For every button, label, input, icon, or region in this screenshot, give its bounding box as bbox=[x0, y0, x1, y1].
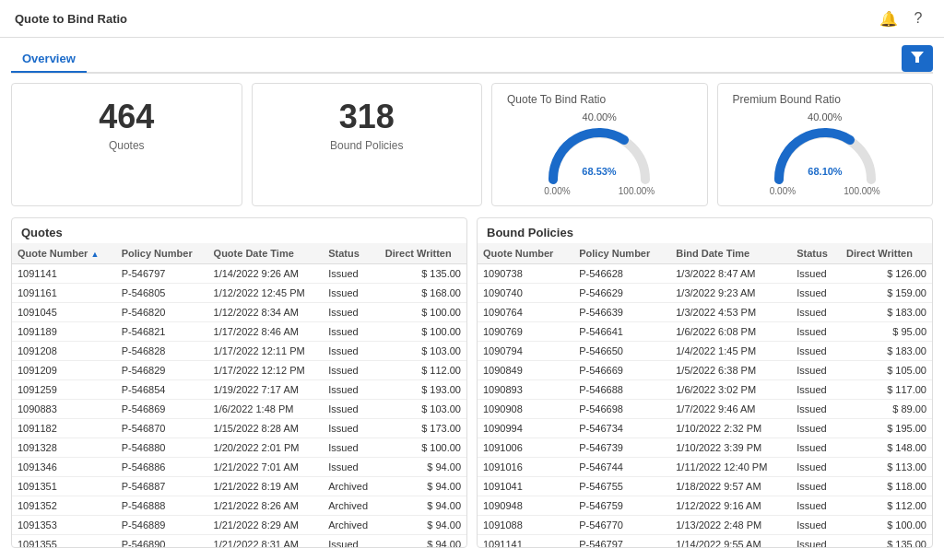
table-cell: 1090764 bbox=[478, 303, 573, 322]
table-cell: 1091353 bbox=[12, 516, 116, 535]
quotes-col-status[interactable]: Status bbox=[323, 243, 380, 264]
premium-bound-title: Premium Bound Ratio bbox=[733, 93, 918, 106]
tab-overview[interactable]: Overview bbox=[11, 46, 87, 73]
filter-icon bbox=[911, 51, 924, 64]
table-row[interactable]: 1090738P-5466281/3/2022 8:47 AMIssued$ 1… bbox=[478, 264, 932, 284]
table-cell: Issued bbox=[323, 342, 380, 361]
table-row[interactable]: 1090893P-5466881/6/2022 3:02 PMIssued$ 1… bbox=[478, 380, 932, 400]
table-cell: $ 100.00 bbox=[380, 438, 466, 458]
table-cell: P-546805 bbox=[116, 284, 208, 303]
bound-col-bind-date[interactable]: Bind Date Time bbox=[670, 243, 791, 264]
table-cell: $ 94.00 bbox=[380, 516, 466, 535]
table-row[interactable]: 1090764P-5466391/3/2022 4:53 PMIssued$ 1… bbox=[478, 303, 932, 322]
quotes-col-direct-written[interactable]: Direct Written bbox=[380, 243, 466, 264]
table-row[interactable]: 1091328P-5468801/20/2022 2:01 PMIssued$ … bbox=[12, 438, 466, 458]
table-cell: 1091182 bbox=[12, 419, 116, 438]
table-cell: 1091352 bbox=[12, 496, 116, 516]
bound-col-policy-number[interactable]: Policy Number bbox=[573, 243, 670, 264]
quotes-table: Quote Number ▲ Policy Number Quote Date … bbox=[12, 243, 466, 547]
table-cell: 1091209 bbox=[12, 361, 116, 380]
pb-gauge-svg: 68.10% bbox=[770, 124, 880, 184]
table-row[interactable]: 1090794P-5466501/4/2022 1:45 PMIssued$ 1… bbox=[478, 342, 932, 361]
table-cell: Issued bbox=[791, 477, 841, 496]
table-cell: P-546744 bbox=[573, 458, 670, 477]
table-cell: 1090794 bbox=[478, 342, 573, 361]
table-row[interactable]: 1091161P-5468051/12/2022 12:45 PMIssued$… bbox=[12, 284, 466, 303]
table-cell: P-546886 bbox=[116, 458, 208, 477]
table-row[interactable]: 1091209P-5468291/17/2022 12:12 PMIssued$… bbox=[12, 361, 466, 380]
pb-max: 100.00% bbox=[844, 186, 879, 196]
table-row[interactable]: 1090994P-5467341/10/2022 2:32 PMIssued$ … bbox=[478, 419, 932, 438]
table-row[interactable]: 1090769P-5466411/6/2022 6:08 PMIssued$ 9… bbox=[478, 322, 932, 342]
table-cell: 1/17/2022 8:46 AM bbox=[208, 322, 324, 342]
qtb-min: 0.00% bbox=[544, 186, 570, 196]
table-row[interactable]: 1091006P-5467391/10/2022 3:39 PMIssued$ … bbox=[478, 438, 932, 458]
table-row[interactable]: 1091182P-5468701/15/2022 8:28 AMIssued$ … bbox=[12, 419, 466, 438]
table-cell: $ 95.00 bbox=[841, 322, 932, 342]
quotes-table-scroll[interactable]: Quote Number ▲ Policy Number Quote Date … bbox=[12, 243, 466, 547]
bell-icon[interactable]: 🔔 bbox=[878, 7, 900, 29]
table-row[interactable]: 1090883P-5468691/6/2022 1:48 PMIssued$ 1… bbox=[12, 400, 466, 419]
header-icons: 🔔 ? bbox=[878, 7, 929, 29]
table-cell: Issued bbox=[791, 361, 841, 380]
table-cell: 1091189 bbox=[12, 322, 116, 342]
table-cell: $ 94.00 bbox=[380, 496, 466, 516]
table-cell: Issued bbox=[791, 322, 841, 342]
table-row[interactable]: 1091355P-5468901/21/2022 8:31 AMIssued$ … bbox=[12, 535, 466, 548]
table-cell: 1090740 bbox=[478, 284, 573, 303]
quotes-col-quote-number[interactable]: Quote Number ▲ bbox=[12, 243, 116, 264]
table-cell: Issued bbox=[791, 438, 841, 458]
pb-percent-label: 40.00% bbox=[808, 111, 842, 122]
table-row[interactable]: 1090740P-5466291/3/2022 9:23 AMIssued$ 1… bbox=[478, 284, 932, 303]
table-row[interactable]: 1090948P-5467591/12/2022 9:16 AMIssued$ … bbox=[478, 496, 932, 516]
bound-table-scroll[interactable]: Quote Number Policy Number Bind Date Tim… bbox=[478, 243, 932, 547]
table-row[interactable]: 1091016P-5467441/11/2022 12:40 PMIssued$… bbox=[478, 458, 932, 477]
table-row[interactable]: 1091353P-5468891/21/2022 8:29 AMArchived… bbox=[12, 516, 466, 535]
table-row[interactable]: 1091045P-5468201/12/2022 8:34 AMIssued$ … bbox=[12, 303, 466, 322]
table-row[interactable]: 1091041P-5467551/18/2022 9:57 AMIssued$ … bbox=[478, 477, 932, 496]
table-cell: $ 135.00 bbox=[841, 535, 932, 548]
bound-col-status[interactable]: Status bbox=[791, 243, 841, 264]
bound-table: Quote Number Policy Number Bind Date Tim… bbox=[478, 243, 932, 547]
table-cell: 1/6/2022 3:02 PM bbox=[670, 380, 791, 400]
quotes-table-title: Quotes bbox=[12, 218, 466, 243]
table-cell: Issued bbox=[791, 516, 841, 535]
bound-col-direct-written[interactable]: Direct Written bbox=[841, 243, 932, 264]
table-row[interactable]: 1090908P-5466981/7/2022 9:46 AMIssued$ 8… bbox=[478, 400, 932, 419]
table-cell: $ 193.00 bbox=[380, 380, 466, 400]
table-cell: 1/5/2022 6:38 PM bbox=[670, 361, 791, 380]
table-cell: P-546739 bbox=[573, 438, 670, 458]
table-cell: P-546770 bbox=[573, 516, 670, 535]
table-row[interactable]: 1090849P-5466691/5/2022 6:38 PMIssued$ 1… bbox=[478, 361, 932, 380]
table-row[interactable]: 1091352P-5468881/21/2022 8:26 AMArchived… bbox=[12, 496, 466, 516]
table-row[interactable]: 1091346P-5468861/21/2022 7:01 AMIssued$ … bbox=[12, 458, 466, 477]
svg-text:68.10%: 68.10% bbox=[808, 166, 843, 177]
table-cell: P-546820 bbox=[116, 303, 208, 322]
quotes-col-date-time[interactable]: Quote Date Time bbox=[208, 243, 324, 264]
table-cell: Issued bbox=[791, 458, 841, 477]
table-row[interactable]: 1091208P-5468281/17/2022 12:11 PMIssued$… bbox=[12, 342, 466, 361]
table-cell: $ 168.00 bbox=[380, 284, 466, 303]
table-row[interactable]: 1091259P-5468541/19/2022 7:17 AMIssued$ … bbox=[12, 380, 466, 400]
table-row[interactable]: 1091141P-5467971/14/2022 9:26 AMIssued$ … bbox=[12, 264, 466, 284]
qtb-percent-label: 40.00% bbox=[583, 111, 617, 122]
bound-col-quote-number[interactable]: Quote Number bbox=[478, 243, 573, 264]
table-row[interactable]: 1091141P-5467971/14/2022 9:55 AMIssued$ … bbox=[478, 535, 932, 548]
table-cell: Archived bbox=[323, 496, 380, 516]
table-cell: $ 100.00 bbox=[841, 516, 932, 535]
table-cell: 1091355 bbox=[12, 535, 116, 548]
table-cell: P-546688 bbox=[573, 380, 670, 400]
help-icon[interactable]: ? bbox=[907, 7, 929, 29]
table-cell: $ 183.00 bbox=[841, 342, 932, 361]
quote-to-bind-title: Quote To Bind Ratio bbox=[507, 93, 692, 106]
table-cell: 1091016 bbox=[478, 458, 573, 477]
bound-label: Bound Policies bbox=[275, 139, 460, 152]
filter-button[interactable] bbox=[902, 45, 933, 72]
table-cell: 1091346 bbox=[12, 458, 116, 477]
table-row[interactable]: 1091351P-5468871/21/2022 8:19 AMArchived… bbox=[12, 477, 466, 496]
table-row[interactable]: 1091088P-5467701/13/2022 2:48 PMIssued$ … bbox=[478, 516, 932, 535]
table-row[interactable]: 1091189P-5468211/17/2022 8:46 AMIssued$ … bbox=[12, 322, 466, 342]
quotes-col-policy-number[interactable]: Policy Number bbox=[116, 243, 208, 264]
table-cell: $ 173.00 bbox=[380, 419, 466, 438]
table-cell: 1/11/2022 12:40 PM bbox=[670, 458, 791, 477]
